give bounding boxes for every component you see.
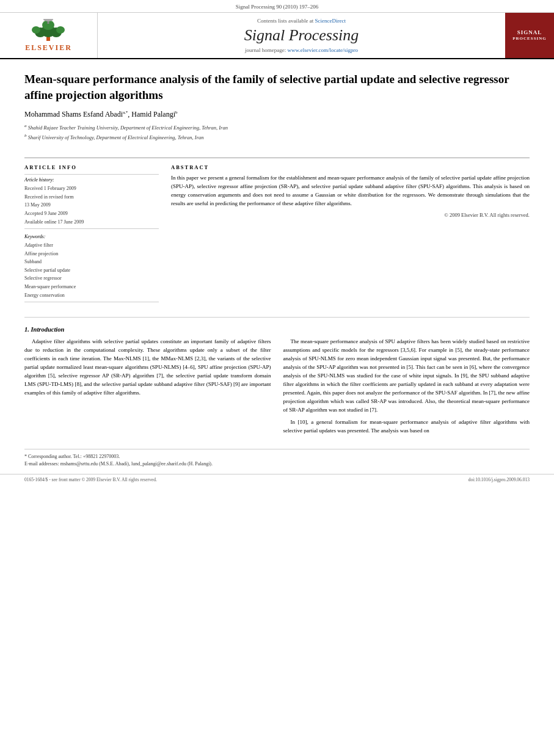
footnote-section: * Corresponding author. Tel.: +98821 229… — [24, 449, 530, 468]
history-item-3: 13 May 2009 — [24, 201, 159, 209]
keyword-2: Affine projection — [24, 250, 159, 258]
top-bar: Signal Processing 90 (2010) 197–206 — [0, 0, 554, 13]
abstract-label: ABSTRACT — [171, 164, 530, 170]
affiliations: a Shahid Rajaee Teacher Training Univers… — [24, 123, 530, 142]
keyword-1: Adaptive filter — [24, 241, 159, 250]
keywords-label: Keywords: — [24, 234, 159, 239]
affil-a: a Shahid Rajaee Teacher Training Univers… — [24, 123, 530, 132]
divider-2 — [24, 228, 159, 229]
article-info-label: ARTICLE INFO — [24, 164, 159, 170]
sciencedirect-label: Contents lists available at ScienceDirec… — [257, 18, 346, 24]
history-item-4: Accepted 9 June 2009 — [24, 209, 159, 218]
article-authors: Mohammad Shams Esfand Abadia,*, Hamid Pa… — [24, 110, 530, 119]
abstract-copyright: © 2009 Elsevier B.V. All rights reserved… — [171, 212, 530, 218]
body-col-right: The mean-square performance analysis of … — [283, 338, 530, 438]
keyword-6: Mean-square performance — [24, 283, 159, 291]
body-para-1: Adaptive filter algorithms with selectiv… — [24, 338, 271, 398]
article-info-col: ARTICLE INFO Article history: Received 1… — [24, 164, 159, 305]
body-two-col: Adaptive filter algorithms with selectiv… — [24, 338, 530, 438]
body-para-2: The mean-square performance analysis of … — [283, 338, 530, 414]
section-1: 1. Introduction Adaptive filter algorith… — [24, 317, 530, 467]
history-item-2: Received in revised form — [24, 193, 159, 202]
article-title: Mean-square performance analysis of the … — [24, 71, 530, 103]
journal-citation: Signal Processing 90 (2010) 197–206 — [236, 4, 319, 10]
section-1-title: 1. Introduction — [24, 326, 530, 333]
journal-badge: SIGNAL PROCESSING — [505, 13, 554, 58]
abstract-text: In this paper we present a general forma… — [171, 174, 530, 208]
svg-point-5 — [56, 26, 65, 34]
journal-center: Contents lists available at ScienceDirec… — [98, 13, 505, 58]
footnote-email: E-mail addresses: mshams@srttu.edu (M.S.… — [24, 460, 530, 468]
journal-title: Signal Processing — [244, 26, 359, 45]
history-label: Article history: — [24, 177, 159, 183]
bottom-bar: 0165-1684/$ - see front matter © 2009 El… — [0, 474, 554, 485]
divider-3 — [24, 302, 159, 302]
elsevier-tree-icon — [27, 19, 70, 42]
keyword-7: Energy conservation — [24, 291, 159, 300]
keyword-3: Subband — [24, 258, 159, 266]
article-info-abstract: ARTICLE INFO Article history: Received 1… — [24, 158, 530, 305]
journal-homepage: journal homepage: www.elsevier.com/locat… — [245, 47, 358, 53]
journal-header: ELSEVIER Contents lists available at Sci… — [0, 13, 554, 59]
body-para-3: In [10], a general formalism for mean-sq… — [283, 418, 530, 435]
elsevier-logo: ELSEVIER — [25, 19, 72, 53]
keyword-5: Selective regressor — [24, 274, 159, 283]
keyword-4: Selective partial update — [24, 266, 159, 275]
badge-text: SIGNAL PROCESSING — [512, 29, 547, 42]
elsevier-logo-area: ELSEVIER — [0, 13, 98, 58]
author-b-sup: b — [175, 110, 178, 115]
homepage-link[interactable]: www.elsevier.com/locate/sigpro — [288, 47, 358, 53]
elsevier-brand-text: ELSEVIER — [25, 43, 72, 53]
svg-point-4 — [32, 26, 40, 34]
footnote-star: * Corresponding author. Tel.: +98821 229… — [24, 453, 530, 460]
body-col-left: Adaptive filter algorithms with selectiv… — [24, 338, 271, 438]
doi: doi:10.1016/j.sigpro.2009.06.013 — [468, 477, 530, 482]
sciencedirect-link[interactable]: ScienceDirect — [315, 18, 346, 24]
abstract-col: ABSTRACT In this paper we present a gene… — [171, 164, 530, 305]
copyright-notice: 0165-1684/$ - see front matter © 2009 El… — [24, 477, 157, 482]
divider-1 — [24, 174, 159, 175]
affil-b: b Sharif University of Technology, Depar… — [24, 133, 530, 142]
main-content: Mean-square performance analysis of the … — [0, 59, 554, 468]
article-title-section: Mean-square performance analysis of the … — [24, 59, 530, 148]
history-item-1: Received 1 February 2009 — [24, 184, 159, 193]
history-item-5: Available online 17 June 2009 — [24, 218, 159, 227]
